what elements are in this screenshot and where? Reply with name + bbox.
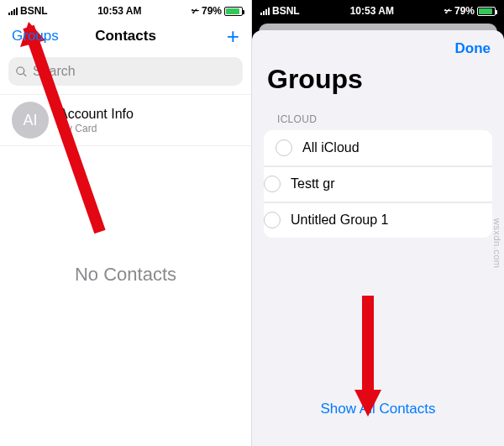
group-item-label: Testt gr: [291, 176, 334, 192]
nav-bar: Groups Contacts +: [0, 18, 251, 54]
bluetooth-icon: ✃: [444, 6, 452, 17]
group-item-testt-gr[interactable]: Testt gr: [264, 165, 492, 202]
group-list: All iCloud Testt gr Untitled Group 1: [264, 130, 492, 238]
groups-sheet: Done Groups ICLOUD All iCloud Testt gr U…: [252, 30, 504, 446]
clock: 10:53 AM: [97, 5, 141, 17]
signal-icon: [8, 8, 18, 15]
group-item-label: All iCloud: [302, 140, 360, 155]
search-icon: [15, 66, 28, 78]
avatar-initials: AI: [23, 112, 37, 129]
my-card-sub: My Card: [59, 123, 134, 134]
battery-pct: 79%: [454, 5, 475, 17]
status-bar: BSNL 10:53 AM ✃ 79%: [252, 0, 504, 18]
battery-icon: [477, 7, 496, 16]
contacts-screen: BSNL 10:53 AM ✃ 79% Groups Contacts + AI…: [0, 0, 252, 446]
radio-icon: [264, 212, 281, 228]
show-all-contacts-button[interactable]: Show All Contacts: [320, 401, 435, 417]
groups-button[interactable]: Groups: [12, 28, 59, 45]
signal-icon: [260, 8, 270, 15]
watermark: wsxdn.com: [492, 218, 502, 269]
group-item-label: Untitled Group 1: [291, 213, 389, 228]
section-header-icloud: ICLOUD: [252, 108, 504, 130]
sheet-title: Groups: [252, 60, 504, 108]
search-field[interactable]: [8, 57, 243, 86]
clock: 10:53 AM: [350, 5, 394, 17]
battery-icon: [224, 7, 243, 16]
radio-icon: [264, 176, 281, 192]
carrier-label: BSNL: [272, 5, 300, 17]
bluetooth-icon: ✃: [192, 6, 199, 17]
search-input[interactable]: [33, 64, 236, 79]
add-contact-button[interactable]: +: [227, 25, 239, 47]
my-card-row[interactable]: AI Account Info My Card: [0, 94, 251, 146]
group-item-all-icloud[interactable]: All iCloud: [264, 130, 492, 165]
carrier-label: BSNL: [20, 5, 48, 17]
status-bar: BSNL 10:53 AM ✃ 79%: [0, 0, 251, 18]
group-item-untitled-1[interactable]: Untitled Group 1: [264, 202, 492, 238]
done-button[interactable]: Done: [455, 40, 491, 57]
battery-pct: 79%: [202, 5, 222, 17]
avatar: AI: [12, 102, 49, 139]
empty-state-label: No Contacts: [0, 264, 251, 286]
groups-sheet-screen: BSNL 10:53 AM ✃ 79% Done Groups ICLOUD A…: [252, 0, 504, 446]
radio-icon: [276, 139, 292, 156]
my-card-name: Account Info: [59, 106, 134, 122]
